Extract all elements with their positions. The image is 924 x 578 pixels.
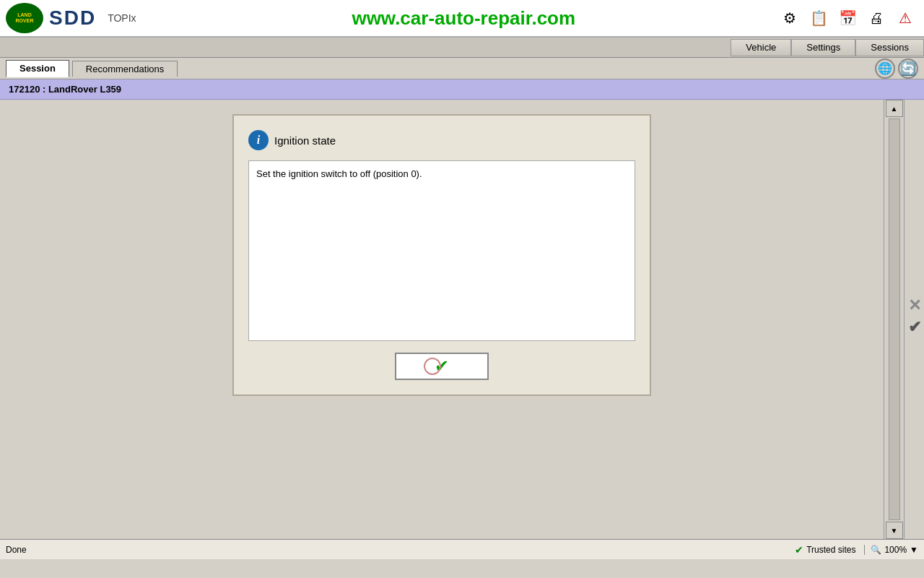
toolbar-icons: ⚙ 📋 📅 🖨 ⚠	[777, 5, 918, 31]
scroll-track[interactable]	[889, 118, 900, 520]
dialog-content: Set the ignition switch to off (position…	[248, 160, 635, 341]
settings-menu-btn[interactable]: Settings	[791, 39, 855, 56]
scrollbar-panel: ▲ ▼	[884, 100, 904, 539]
info-icon: i	[248, 130, 269, 150]
landrover-logo: LANDROVER	[6, 3, 43, 33]
alert-icon[interactable]: ⚠	[892, 5, 918, 31]
sessions-menu-btn[interactable]: Sessions	[855, 39, 924, 56]
topix-label: TOPIx	[108, 12, 136, 24]
sdd-logo: SDD	[49, 7, 96, 30]
scroll-down-arrow[interactable]: ▼	[886, 522, 903, 539]
tab-session[interactable]: Session	[6, 60, 69, 77]
dialog-header: i Ignition state	[248, 130, 635, 150]
calendar-icon[interactable]: 📅	[834, 5, 860, 31]
zoom-icon: 🔍	[871, 545, 881, 555]
header: LANDROVER SDD TOPIx www.car-auto-repair.…	[0, 0, 924, 38]
settings-icon[interactable]: ⚙	[777, 5, 803, 31]
breadcrumb-bar: 172120 : LandRover L359	[0, 79, 924, 100]
content-panel: i Ignition state Set the ignition switch…	[0, 100, 884, 539]
dialog-title: Ignition state	[274, 134, 336, 147]
notes-icon[interactable]: 📋	[806, 5, 832, 31]
landrover-text: LANDROVER	[16, 12, 34, 23]
dialog-footer: ✔	[248, 353, 635, 380]
dialog-message: Set the ignition switch to off (position…	[256, 168, 422, 179]
zoom-area: 🔍 100% ▼	[864, 545, 918, 555]
breadcrumb-text: 172120 : LandRover L359	[9, 84, 121, 95]
globe-icon-1[interactable]: 🌐	[875, 59, 895, 79]
tab-recommendations[interactable]: Recommendations	[72, 61, 178, 77]
refresh-icon[interactable]: 🔄	[898, 59, 918, 79]
nav-bar: Session Recommendations 🌐 🔄	[0, 58, 924, 79]
trusted-sites-label: Trusted sites	[806, 545, 855, 555]
ok-button[interactable]: ✔	[395, 353, 489, 380]
confirm-action-btn[interactable]: ✔	[908, 319, 921, 335]
trusted-icon: ✔	[795, 544, 803, 556]
nav-right: 🌐 🔄	[875, 59, 918, 79]
logo-area: LANDROVER SDD TOPIx	[6, 3, 136, 33]
zoom-level: 100%	[884, 545, 907, 555]
website-url: www.car-auto-repair.com	[151, 7, 777, 30]
action-panel: ✕ ✔	[904, 100, 924, 539]
zoom-dropdown-icon[interactable]: ▼	[910, 545, 918, 555]
scroll-up-arrow[interactable]: ▲	[886, 100, 903, 117]
top-menu: Vehicle Settings Sessions	[0, 38, 924, 58]
main-area: i Ignition state Set the ignition switch…	[0, 100, 924, 539]
trusted-sites-area[interactable]: ✔ Trusted sites	[795, 544, 855, 556]
cancel-action-btn[interactable]: ✕	[908, 298, 921, 314]
done-text: Done	[6, 545, 27, 555]
ok-circle-decoration	[424, 358, 441, 375]
bottom-bar: Done ✔ Trusted sites 🔍 100% ▼	[0, 539, 924, 559]
print-icon[interactable]: 🖨	[863, 5, 889, 31]
vehicle-menu-btn[interactable]: Vehicle	[731, 39, 791, 56]
dialog-box: i Ignition state Set the ignition switch…	[232, 114, 651, 396]
